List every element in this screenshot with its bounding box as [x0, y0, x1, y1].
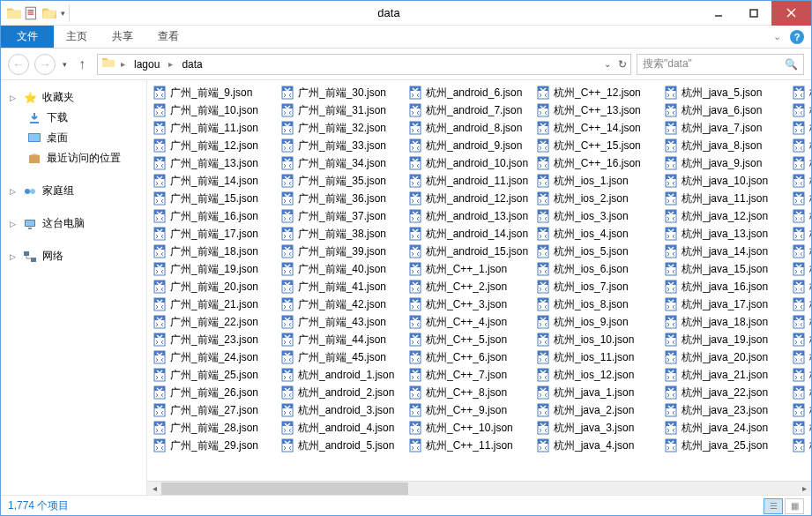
file-item[interactable]: 杭州_ios_3.json [534, 207, 662, 225]
file-item[interactable]: 杭州_ios_8.json [534, 295, 662, 313]
file-item[interactable]: 杭州_java_17.json [662, 295, 790, 313]
ribbon-tab-home[interactable]: 主页 [54, 26, 100, 48]
file-item[interactable]: 杭州_android_3.json [279, 401, 406, 419]
file-item[interactable]: 杭州_java_21.json [662, 366, 790, 384]
file-item[interactable]: 杭州_java_16.json [662, 278, 790, 295]
file-item[interactable]: 广州_前端_25.json [151, 366, 279, 384]
file-item[interactable]: 杭州_android_12.json [406, 190, 534, 207]
file-item[interactable]: 广州_前端_11.json [151, 119, 279, 137]
file-item[interactable]: 杭州_java_22.json [662, 384, 790, 401]
horizontal-scrollbar[interactable]: ◂ ▸ [147, 481, 811, 495]
file-item[interactable]: 杭州_java_3.json [534, 419, 662, 437]
file-item[interactable]: 杭州_java_2.json [534, 401, 662, 419]
scroll-thumb[interactable] [161, 482, 408, 495]
file-item[interactable]: 杭州_java_24.json [662, 419, 790, 437]
file-item[interactable]: 广州_前端_39.json [279, 243, 406, 260]
file-item[interactable]: 广州_前端_42.json [279, 295, 406, 313]
file-item[interactable]: 杭州_java_12.json [662, 207, 790, 225]
file-item[interactable]: 广州_前端_17.json [151, 225, 279, 243]
file-item[interactable]: 杭州_android_11.json [406, 172, 534, 190]
file-item[interactable]: 杭州_ios_5.json [534, 243, 662, 260]
file-item[interactable]: 广州_前端_13.json [151, 154, 279, 172]
file-item[interactable]: 杭州_java_23.json [662, 401, 790, 419]
file-item[interactable]: 杭州_java_9.json [662, 154, 790, 172]
file-item[interactable]: 杭州_ios_1.json [534, 172, 662, 190]
collapse-icon[interactable]: ▷ [10, 252, 16, 261]
ribbon-tab-view[interactable]: 查看 [145, 26, 191, 48]
file-item[interactable]: 杭 [790, 101, 811, 119]
file-item[interactable]: 广州_前端_26.json [151, 384, 279, 401]
file-item[interactable]: 广州_前端_40.json [279, 260, 406, 278]
file-item[interactable]: 杭 [790, 84, 811, 101]
file-item[interactable]: 广州_前端_45.json [279, 348, 406, 366]
file-item[interactable]: 杭 [790, 295, 811, 313]
file-item[interactable]: 杭州_ios_10.json [534, 331, 662, 348]
file-item[interactable]: 杭州_java_10.json [662, 172, 790, 190]
file-item[interactable]: 广州_前端_33.json [279, 137, 406, 154]
file-item[interactable]: 广州_前端_12.json [151, 137, 279, 154]
file-item[interactable]: 广州_前端_36.json [279, 190, 406, 207]
file-item[interactable]: 杭州_java_5.json [662, 84, 790, 101]
file-item[interactable]: 杭州_java_1.json [534, 384, 662, 401]
file-item[interactable]: 杭州_C++_16.json [534, 154, 662, 172]
history-dropdown-icon[interactable]: ▾ [63, 60, 67, 69]
breadcrumb-separator[interactable]: ▸ [168, 59, 173, 69]
file-item[interactable]: 杭州_android_13.json [406, 207, 534, 225]
ribbon-expand-icon[interactable]: ⌄ [773, 31, 781, 42]
file-item[interactable]: 广州_前端_43.json [279, 313, 406, 331]
file-list[interactable]: 广州_前端_9.json广州_前端_10.json广州_前端_11.json广州… [147, 80, 811, 495]
file-item[interactable]: 广州_前端_20.json [151, 278, 279, 295]
file-item[interactable]: 杭州_java_13.json [662, 225, 790, 243]
file-item[interactable]: 杭 [790, 225, 811, 243]
file-item[interactable]: 杭州_C++_7.json [406, 366, 534, 384]
file-item[interactable]: 杭州_C++_12.json [534, 84, 662, 101]
view-icons-button[interactable]: ▦ [785, 498, 804, 514]
file-item[interactable]: 广州_前端_35.json [279, 172, 406, 190]
file-item[interactable]: 杭州_android_2.json [279, 384, 406, 401]
file-item[interactable]: 广州_前端_32.json [279, 119, 406, 137]
file-item[interactable]: 杭州_C++_13.json [534, 101, 662, 119]
search-input[interactable]: 搜索"data" 🔍 [637, 54, 804, 75]
file-item[interactable]: 杭州_android_6.json [406, 84, 534, 101]
file-item[interactable]: 杭州_android_4.json [279, 419, 406, 437]
ribbon-tab-file[interactable]: 文件 [1, 26, 54, 48]
file-item[interactable]: 杭州_C++_10.json [406, 419, 534, 437]
file-item[interactable]: 杭 [790, 172, 811, 190]
file-item[interactable]: 杭州_C++_3.json [406, 295, 534, 313]
file-item[interactable]: 杭州_android_7.json [406, 101, 534, 119]
file-item[interactable]: 杭州_C++_9.json [406, 401, 534, 419]
open-folder-icon[interactable] [41, 5, 57, 21]
file-item[interactable]: 杭州_C++_1.json [406, 260, 534, 278]
file-item[interactable]: 广州_前端_16.json [151, 207, 279, 225]
file-item[interactable]: 广州_前端_10.json [151, 101, 279, 119]
file-item[interactable]: 杭州_android_14.json [406, 225, 534, 243]
file-item[interactable]: 广州_前端_38.json [279, 225, 406, 243]
file-item[interactable]: 杭 [790, 207, 811, 225]
address-dropdown-icon[interactable]: ⌄ [604, 59, 611, 69]
collapse-icon[interactable]: ▷ [10, 93, 16, 102]
file-item[interactable]: 广州_前端_27.json [151, 401, 279, 419]
file-item[interactable]: 杭 [790, 119, 811, 137]
refresh-icon[interactable]: ↻ [618, 58, 627, 71]
ribbon-tab-share[interactable]: 共享 [100, 26, 145, 48]
scroll-right-icon[interactable]: ▸ [797, 482, 811, 496]
file-item[interactable]: 杭州_android_10.json [406, 154, 534, 172]
properties-icon[interactable] [24, 5, 40, 21]
file-item[interactable]: 杭 [790, 348, 811, 366]
minimize-button[interactable] [701, 1, 736, 26]
maximize-button[interactable] [736, 1, 771, 26]
file-item[interactable]: 广州_前端_37.json [279, 207, 406, 225]
file-item[interactable]: 杭州_android_1.json [279, 366, 406, 384]
file-item[interactable]: 杭州_android_9.json [406, 137, 534, 154]
file-item[interactable]: 杭州_ios_6.json [534, 260, 662, 278]
file-item[interactable]: 杭州_java_4.json [534, 437, 662, 454]
file-item[interactable]: 杭 [790, 313, 811, 331]
file-item[interactable]: 广州_前端_29.json [151, 437, 279, 454]
file-item[interactable]: 广州_前端_41.json [279, 278, 406, 295]
qat-dropdown-icon[interactable]: ▾ [61, 9, 65, 18]
file-item[interactable]: 杭州_ios_7.json [534, 278, 662, 295]
file-item[interactable]: 杭州_android_5.json [279, 437, 406, 454]
file-item[interactable]: 杭州_C++_5.json [406, 331, 534, 348]
file-item[interactable]: 广州_前端_19.json [151, 260, 279, 278]
file-item[interactable]: 广州_前端_14.json [151, 172, 279, 190]
